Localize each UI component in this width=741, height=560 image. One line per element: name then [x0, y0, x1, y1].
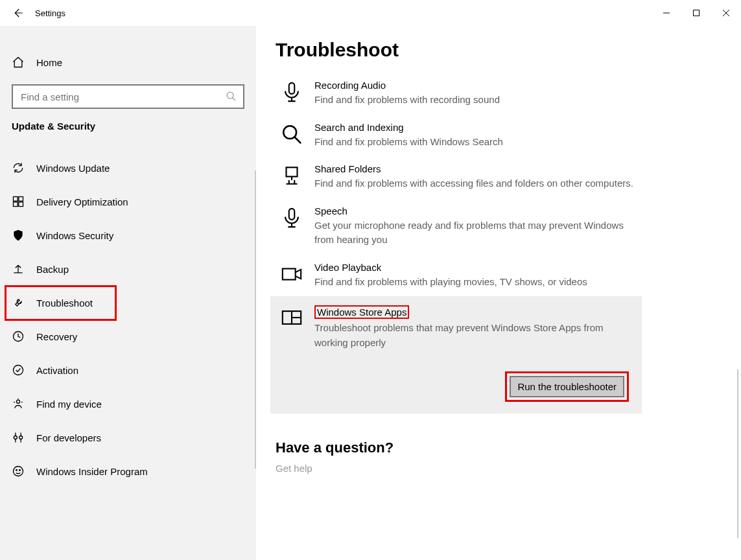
- sidebar: Home Update & Security Windows Update De…: [0, 26, 256, 560]
- backup-icon: [12, 262, 25, 275]
- svg-point-13: [14, 436, 17, 439]
- search-input-wrapper[interactable]: [12, 84, 244, 109]
- svg-point-12: [17, 400, 20, 403]
- ts-desc: Get your microphone ready and fix proble…: [314, 218, 639, 248]
- ts-title: Search and Indexing: [314, 122, 503, 133]
- svg-rect-22: [289, 208, 295, 219]
- highlight-box: Windows Store Apps: [314, 305, 409, 319]
- insider-icon: [12, 465, 25, 478]
- sync-icon: [12, 161, 25, 174]
- maximize-button[interactable]: [681, 3, 711, 23]
- ts-item-selected-container: Windows Store Apps Troubleshoot problems…: [270, 296, 642, 414]
- ts-item-shared-folders[interactable]: Shared Folders Find and fix problems wit…: [276, 156, 722, 198]
- sidebar-item-recovery[interactable]: Recovery: [0, 320, 256, 353]
- sidebar-item-label: Recovery: [36, 331, 77, 342]
- main-scrollbar[interactable]: [737, 369, 738, 538]
- svg-rect-6: [14, 197, 18, 202]
- sidebar-item-label: For developers: [36, 432, 101, 443]
- activation-icon: [12, 364, 25, 377]
- run-troubleshooter-button[interactable]: Run the troubleshooter: [510, 376, 624, 397]
- sidebar-item-label: Troubleshoot: [36, 298, 93, 309]
- find-device-icon: [12, 397, 25, 410]
- svg-line-20: [294, 137, 301, 143]
- ts-desc: Troubleshoot problems that may prevent W…: [314, 321, 631, 350]
- sidebar-item-for-developers[interactable]: For developers: [0, 421, 256, 454]
- titlebar: Settings: [0, 0, 741, 26]
- shield-icon: [12, 229, 25, 242]
- svg-rect-21: [287, 167, 298, 176]
- sidebar-item-label: Activation: [36, 365, 78, 376]
- ts-item-recording-audio[interactable]: Recording Audio Find and fix problems wi…: [276, 73, 722, 115]
- sidebar-item-windows-update[interactable]: Windows Update: [0, 151, 256, 185]
- sidebar-item-backup[interactable]: Backup: [0, 252, 256, 286]
- svg-line-5: [233, 98, 235, 100]
- home-icon: [12, 56, 25, 69]
- svg-rect-8: [14, 202, 18, 207]
- search-icon: [226, 91, 237, 102]
- svg-point-19: [283, 126, 296, 139]
- svg-rect-9: [19, 202, 23, 207]
- sidebar-item-label: Backup: [36, 264, 69, 275]
- search-large-icon: [281, 123, 303, 145]
- ts-item-video-playback[interactable]: Video Playback Find and fix problems wit…: [276, 255, 722, 297]
- ts-item-speech[interactable]: Speech Get your microphone ready and fix…: [276, 198, 722, 255]
- ts-desc: Find and fix problems with Windows Searc…: [314, 135, 503, 150]
- svg-point-16: [16, 470, 18, 471]
- svg-point-14: [19, 436, 23, 439]
- optimization-icon: [12, 195, 25, 208]
- back-icon[interactable]: [12, 7, 23, 19]
- microphone-icon: [281, 81, 303, 103]
- sidebar-item-delivery-optimization[interactable]: Delivery Optimization: [0, 185, 256, 218]
- svg-point-15: [14, 467, 23, 476]
- svg-rect-7: [19, 197, 23, 202]
- ts-item-search-indexing[interactable]: Search and Indexing Find and fix problem…: [276, 115, 722, 157]
- sidebar-home-label: Home: [36, 57, 62, 68]
- ts-title: Shared Folders: [314, 163, 633, 174]
- svg-rect-18: [289, 83, 295, 94]
- minimize-button[interactable]: [652, 3, 681, 23]
- svg-point-17: [19, 470, 21, 471]
- question-heading: Have a question?: [276, 439, 722, 456]
- developers-icon: [12, 431, 25, 444]
- sidebar-item-activation[interactable]: Activation: [0, 353, 256, 387]
- svg-rect-1: [694, 10, 700, 16]
- sidebar-item-label: Delivery Optimization: [36, 196, 128, 207]
- ts-title: Video Playback: [314, 262, 587, 273]
- ts-title: Speech: [314, 205, 639, 216]
- ts-title: Recording Audio: [314, 80, 500, 91]
- search-input[interactable]: [19, 91, 226, 103]
- window-title: Settings: [35, 8, 65, 18]
- svg-rect-23: [283, 268, 296, 279]
- sidebar-item-label: Windows Update: [36, 163, 110, 174]
- sidebar-item-troubleshoot[interactable]: Troubleshoot: [0, 286, 256, 320]
- close-button[interactable]: [711, 3, 741, 23]
- page-title: Troubleshoot: [276, 39, 722, 61]
- main-content: Troubleshoot Recording Audio Find and fi…: [256, 26, 741, 560]
- ts-item-windows-store-apps[interactable]: Windows Store Apps Troubleshoot problems…: [276, 305, 637, 357]
- wrench-icon: [12, 296, 25, 309]
- highlight-box: Run the troubleshooter: [505, 371, 629, 402]
- ts-desc: Find and fix problems with accessing fil…: [314, 176, 633, 191]
- get-help-link[interactable]: Get help: [276, 463, 722, 474]
- recovery-icon: [12, 330, 25, 343]
- sidebar-home[interactable]: Home: [0, 45, 256, 79]
- ts-desc: Find and fix problems with recording sou…: [314, 93, 500, 108]
- microphone-icon: [281, 207, 303, 229]
- ts-desc: Find and fix problems with playing movie…: [314, 275, 587, 290]
- shared-folders-icon: [281, 165, 303, 187]
- svg-point-4: [227, 92, 233, 99]
- sidebar-item-label: Find my device: [36, 399, 102, 410]
- video-icon: [281, 263, 303, 285]
- ts-title: Windows Store Apps: [317, 307, 406, 318]
- store-apps-icon: [281, 307, 303, 329]
- sidebar-item-insider[interactable]: Windows Insider Program: [0, 454, 256, 488]
- svg-point-11: [14, 366, 23, 375]
- sidebar-section-title: Update & Security: [0, 121, 256, 137]
- sidebar-item-label: Windows Insider Program: [36, 466, 148, 477]
- sidebar-item-find-my-device[interactable]: Find my device: [0, 387, 256, 421]
- sidebar-item-windows-security[interactable]: Windows Security: [0, 218, 256, 252]
- sidebar-item-label: Windows Security: [36, 230, 113, 241]
